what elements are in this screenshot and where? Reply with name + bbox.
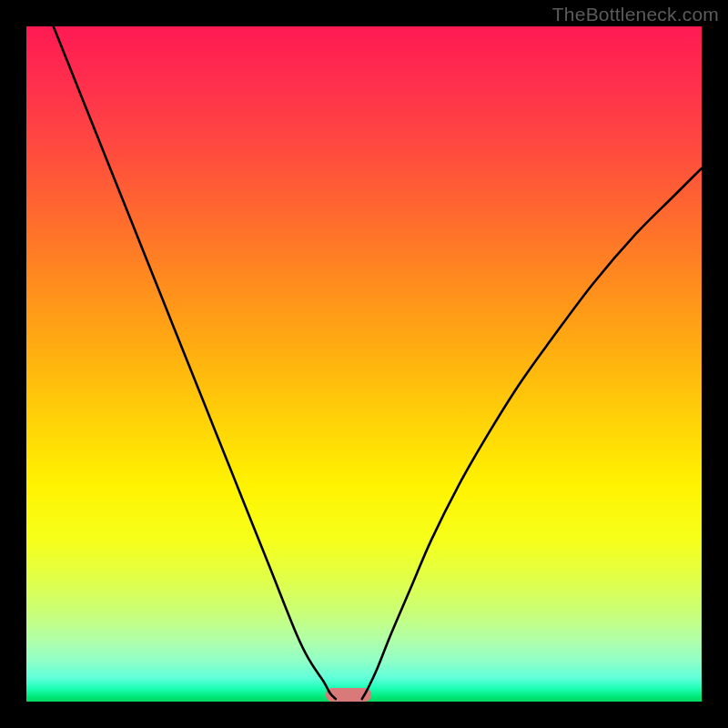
bottleneck-curve bbox=[26, 26, 702, 702]
watermark-text: TheBottleneck.com bbox=[552, 4, 719, 25]
curve-left-branch bbox=[54, 26, 336, 699]
chart-frame: TheBottleneck.com bbox=[0, 0, 728, 728]
curve-right-branch bbox=[362, 168, 702, 699]
plot-area bbox=[26, 26, 702, 702]
